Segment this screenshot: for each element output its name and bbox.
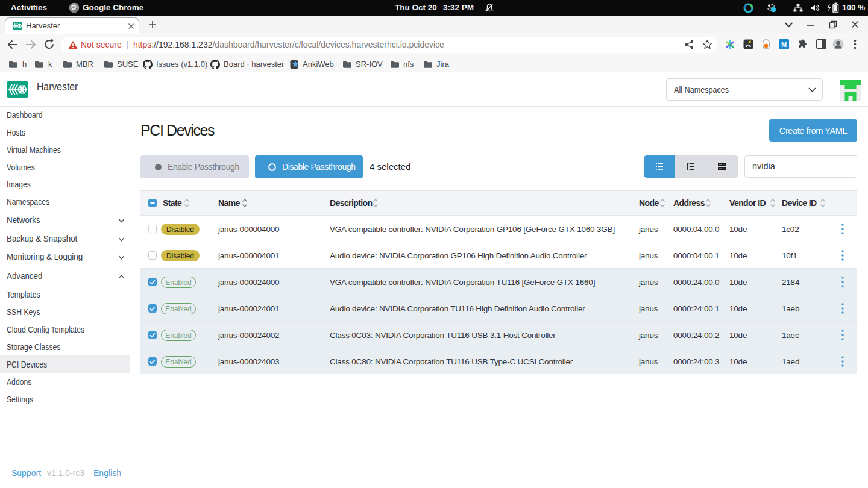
svg-text:M: M [781,41,787,48]
